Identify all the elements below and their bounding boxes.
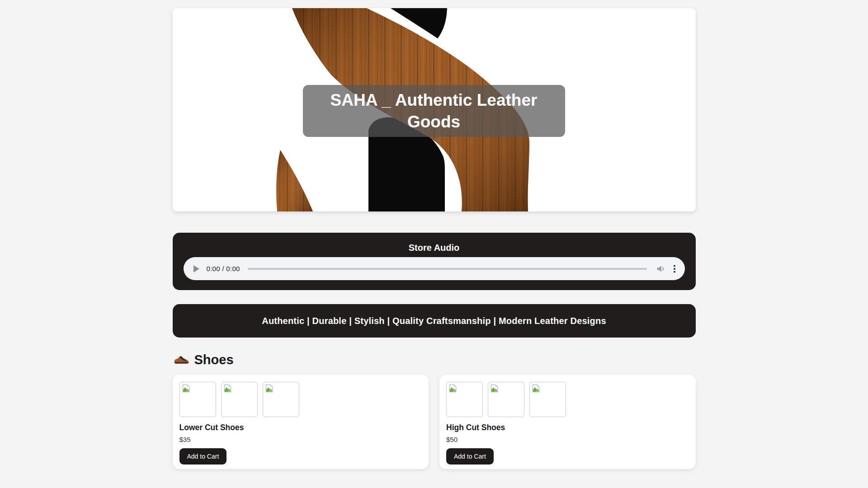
broken-image-icon bbox=[490, 384, 499, 393]
audio-player[interactable]: 0:00 / 0:00 bbox=[184, 257, 685, 280]
thumbnail-row bbox=[179, 382, 422, 417]
product-name: Lower Cut Shoes bbox=[179, 423, 422, 432]
shoe-icon bbox=[174, 355, 189, 365]
shoes-section-title: Shoes bbox=[194, 352, 234, 367]
product-card-lower-cut: Lower Cut Shoes $35 Add to Cart bbox=[173, 375, 429, 469]
shoes-section-heading: Shoes bbox=[174, 352, 696, 367]
tagline-text: Authentic | Durable | Stylish | Quality … bbox=[262, 316, 606, 326]
add-to-cart-button[interactable]: Add to Cart bbox=[446, 448, 494, 465]
product-price: $35 bbox=[179, 436, 422, 443]
volume-icon[interactable] bbox=[656, 264, 666, 274]
store-audio-panel: Store Audio 0:00 / 0:00 bbox=[173, 233, 696, 290]
product-card-high-cut: High Cut Shoes $50 Add to Cart bbox=[439, 375, 696, 469]
page-container: SAHA _ Authentic Leather Goods Store Aud… bbox=[173, 0, 696, 469]
tagline-banner: Authentic | Durable | Stylish | Quality … bbox=[173, 304, 696, 338]
kebab-menu-icon[interactable] bbox=[673, 265, 676, 273]
product-name: High Cut Shoes bbox=[446, 423, 689, 432]
product-thumbnail bbox=[529, 382, 566, 417]
audio-seek-bar[interactable] bbox=[248, 268, 647, 270]
product-thumbnail bbox=[221, 382, 258, 417]
product-grid: Lower Cut Shoes $35 Add to Cart bbox=[173, 375, 696, 469]
broken-image-icon bbox=[223, 384, 232, 393]
store-audio-title: Store Audio bbox=[184, 243, 685, 253]
product-thumbnail bbox=[179, 382, 216, 417]
hero-banner: SAHA _ Authentic Leather Goods bbox=[173, 8, 696, 211]
product-thumbnail bbox=[263, 382, 299, 417]
broken-image-icon bbox=[448, 384, 458, 393]
broken-image-icon bbox=[264, 384, 274, 393]
play-icon[interactable] bbox=[193, 265, 199, 272]
hero-caption: SAHA _ Authentic Leather Goods bbox=[303, 85, 565, 137]
broken-image-icon bbox=[181, 384, 191, 393]
thumbnail-row bbox=[446, 382, 689, 417]
product-thumbnail bbox=[488, 382, 524, 417]
product-thumbnail bbox=[446, 382, 483, 417]
product-price: $50 bbox=[446, 436, 689, 443]
add-to-cart-button[interactable]: Add to Cart bbox=[179, 448, 227, 465]
broken-image-icon bbox=[531, 384, 541, 393]
audio-time: 0:00 / 0:00 bbox=[207, 265, 240, 272]
